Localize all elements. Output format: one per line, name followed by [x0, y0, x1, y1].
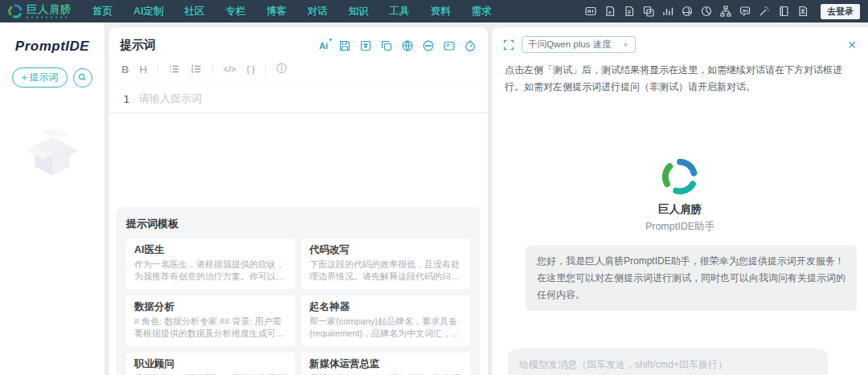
- template-card-title: 代码改写: [309, 243, 462, 257]
- assistant-logo-icon: [661, 158, 698, 195]
- menu-item-blog[interactable]: 博客: [267, 5, 287, 18]
- template-card-desc: 帮一家{company}起品牌名，要求具备{requirement}，品牌名为中…: [309, 316, 462, 340]
- new-prompt-button[interactable]: + 提示词: [12, 67, 67, 88]
- editor-placeholder: 请输入提示词: [139, 92, 202, 106]
- sitemap-icon[interactable]: [719, 6, 731, 18]
- assistant-hero: 巨人肩膀 PromptIDE助手: [492, 158, 868, 234]
- template-icon[interactable]: [442, 39, 456, 52]
- heading-button[interactable]: H: [139, 63, 146, 75]
- login-button[interactable]: 去登录: [821, 4, 860, 19]
- web-icon[interactable]: [400, 39, 414, 52]
- hi-badge-icon[interactable]: [584, 6, 596, 18]
- model-select[interactable]: 千问Qwen plus 速度 ▼: [522, 36, 636, 53]
- editor-line-1[interactable]: 1 请输入提示词: [108, 84, 488, 113]
- template-section: 提示词模板 AI医生 作为一名医生，请根据我提供的症状，为我推荐有创意的治疗方案…: [117, 207, 480, 375]
- welcome-line: 在这里您可以对左侧提示词进行测试，同时也可以向我询问有关提示词的任何内容。: [537, 270, 845, 304]
- template-card-title: 数据分析: [134, 300, 287, 314]
- template-card-desc: # 角色: 数据分析专家 ## 背景: 用户需要根据提供的数据及分析维度生成可视…: [134, 316, 287, 340]
- left-sidebar: PromptIDE + 提示词: [0, 22, 105, 375]
- message-composer[interactable]: [508, 349, 828, 375]
- plus-icon: +: [21, 72, 27, 84]
- nav-right: 去登录: [584, 4, 860, 19]
- resume-file-icon[interactable]: [796, 6, 809, 18]
- welcome-line: 您好，我是巨人肩膀PromptIDE助手，很荣幸为您提供提示词开发服务！: [537, 253, 845, 270]
- ai-generate-icon[interactable]: Ai✦: [317, 39, 330, 52]
- doc-file-icon[interactable]: [623, 6, 635, 18]
- close-icon[interactable]: ✕: [847, 39, 857, 51]
- slides-file-icon[interactable]: [604, 6, 616, 18]
- template-card-media-director[interactable]: 新媒体运营总监 我想请您担任一位新媒体总监，您将领导并指导公司的社交媒体战略，以…: [301, 353, 470, 375]
- template-card-naming-tool[interactable]: 起名神器 帮一家{company}起品牌名，要求具备{requirement}，…: [301, 296, 470, 346]
- editor-toolbar: B H </> { } ⓘ: [108, 58, 488, 83]
- template-card-title: 职业顾问: [134, 357, 287, 371]
- brand[interactable]: 巨人肩膀: [8, 4, 72, 18]
- ai-chat-icon[interactable]: [739, 6, 751, 18]
- menu-item-resources[interactable]: 资料: [431, 5, 451, 18]
- assistant-welcome-message: 您好，我是巨人肩膀PromptIDE助手，很荣幸为您提供提示词开发服务！ 在这里…: [526, 246, 857, 311]
- chat-test-panel: 千问Qwen plus 速度 ▼ ✕ 点击左侧「测试」后，测试结果将显示在这里，…: [492, 27, 868, 375]
- code-button[interactable]: </>: [223, 64, 236, 74]
- assistant-role: PromptIDE助手: [492, 220, 868, 234]
- template-card-title: AI医生: [134, 243, 287, 257]
- template-card-desc: 我想让你担任职业顾问。我将为您提供一个在职业生涯中寻求指导的人，您的任务是帮助他…: [134, 373, 287, 375]
- menu-item-requests[interactable]: 需求: [472, 5, 492, 18]
- template-card-desc: 我想请您担任一位新媒体总监，您将领导并指导公司的社交媒体战略，以增强品牌影响力。…: [309, 373, 462, 375]
- template-section-title: 提示词模板: [126, 217, 470, 231]
- magic-wand-icon[interactable]: [758, 6, 770, 18]
- info-icon[interactable]: ⓘ: [276, 62, 287, 76]
- menu-item-community[interactable]: 社区: [185, 5, 205, 18]
- bold-button[interactable]: B: [121, 63, 129, 75]
- brand-tagline: [27, 16, 70, 18]
- editor-title: 提示词: [120, 38, 156, 53]
- bar-chart-icon[interactable]: [661, 6, 674, 18]
- expand-icon[interactable]: [503, 39, 514, 51]
- save-icon[interactable]: [338, 39, 351, 52]
- menu-item-knowledge[interactable]: 知识: [349, 5, 369, 18]
- timer-icon[interactable]: [463, 39, 477, 52]
- assistant-name: 巨人肩膀: [492, 202, 868, 217]
- line-number: 1: [108, 93, 139, 105]
- template-card-ai-doctor[interactable]: AI医生 作为一名医生，请根据我提供的症状，为我推荐有创意的治疗方案。你可以结合…: [126, 238, 295, 289]
- chat-instruction: 点击左侧「测试」后，测试结果将显示在这里，如需继续对话请在下方对话框进行。如需对…: [492, 58, 868, 96]
- empty-box-illustration: [20, 124, 84, 181]
- search-icon[interactable]: [73, 68, 92, 88]
- ordered-list-icon[interactable]: [190, 63, 202, 75]
- top-nav: 巨人肩膀 首页 AI定制 社区 专栏 博客 对话 知识 工具 资料 需求: [0, 0, 868, 22]
- menu-item-chat[interactable]: 对话: [308, 5, 328, 18]
- template-card-career-advisor[interactable]: 职业顾问 我想让你担任职业顾问。我将为您提供一个在职业生涯中寻求指导的人，您的任…: [126, 353, 295, 375]
- template-card-desc: 作为一名医生，请根据我提供的症状，为我推荐有创意的治疗方案。你可以结合常规药物、…: [134, 259, 287, 283]
- menu-item-tools[interactable]: 工具: [390, 5, 410, 18]
- menu-item-column[interactable]: 专栏: [226, 5, 246, 18]
- model-select-value: 千问Qwen plus 速度: [528, 39, 619, 51]
- main-menu: 首页 AI定制 社区 专栏 博客 对话 知识 工具 资料 需求: [92, 5, 492, 18]
- translate-file-icon[interactable]: [642, 6, 654, 18]
- pie-chart-icon[interactable]: [700, 6, 712, 18]
- chevron-down-icon: ▼: [622, 41, 629, 49]
- new-prompt-label: 提示词: [30, 71, 59, 84]
- message-input[interactable]: [518, 358, 821, 371]
- braces-button[interactable]: { }: [247, 64, 255, 74]
- brand-swirl-icon: [8, 4, 23, 18]
- bullet-list-icon[interactable]: [169, 63, 180, 75]
- more-icon[interactable]: [421, 39, 435, 52]
- app-title: PromptIDE: [0, 39, 104, 55]
- template-card-desc: 下面这段的代码的效率很低，且没有处理边界情况。请先解释这段代码的问题与解决方法，…: [309, 259, 462, 283]
- menu-item-ai-custom[interactable]: AI定制: [133, 5, 164, 18]
- copy-icon[interactable]: [379, 39, 393, 52]
- prompt-editor-panel: 提示词 Ai✦ B H </>: [108, 27, 488, 375]
- template-card-data-analysis[interactable]: 数据分析 # 角色: 数据分析专家 ## 背景: 用户需要根据提供的数据及分析维…: [126, 296, 295, 346]
- brand-name: 巨人肩膀: [27, 4, 72, 14]
- template-card-title: 起名神器: [309, 300, 462, 314]
- template-card-code-rewrite[interactable]: 代码改写 下面这段的代码的效率很低，且没有处理边界情况。请先解释这段代码的问题与…: [301, 238, 470, 289]
- menu-item-home[interactable]: 首页: [92, 5, 113, 18]
- template-card-title: 新媒体运营总监: [309, 357, 462, 371]
- browser-icon[interactable]: [681, 6, 693, 18]
- notebook-icon[interactable]: [777, 6, 789, 18]
- translate-icon[interactable]: [358, 39, 372, 52]
